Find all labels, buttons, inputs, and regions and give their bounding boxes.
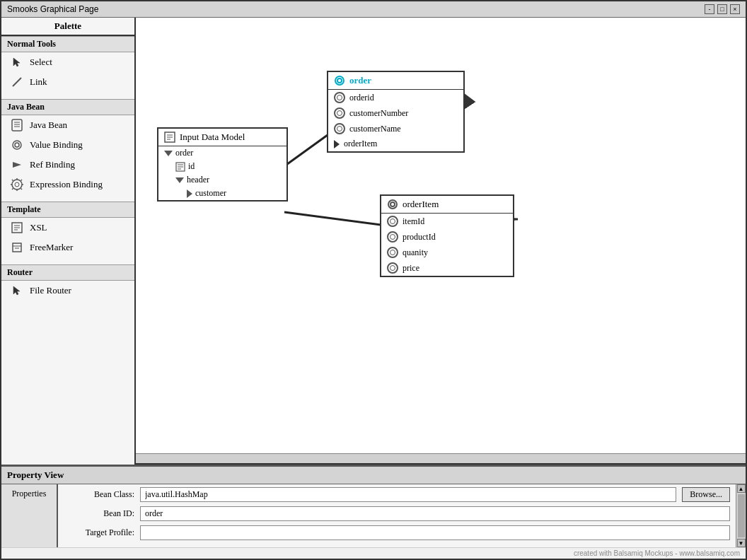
orderitem-price-row: price	[381, 260, 513, 276]
property-scrollbar[interactable]: ▲ ▼	[736, 484, 746, 547]
select-tool[interactable]: Select	[1, 52, 134, 72]
order-header: order	[328, 72, 463, 90]
orderitem-box: orderItem itemId productId quanity price	[380, 194, 514, 277]
scroll-thumb[interactable]	[738, 494, 745, 537]
title-bar: Smooks Graphical Page - □ ×	[1, 1, 746, 18]
file-router-label: File Router	[30, 285, 71, 296]
canvas-area: Input Data Model order id header custome…	[136, 18, 746, 465]
svg-line-15	[21, 189, 23, 190]
palette-title: Palette	[1, 18, 134, 36]
target-profile-label: Target Profile:	[64, 527, 134, 538]
app-window: Smooks Graphical Page - □ × Palette Norm…	[0, 0, 747, 560]
tree-id: id	[170, 160, 286, 173]
customernumber-label: customerNumber	[349, 108, 408, 119]
orderitem-header: orderItem	[381, 196, 513, 214]
data-model-icon	[164, 132, 175, 143]
orderid-label: orderid	[349, 93, 374, 103]
svg-point-8	[12, 180, 22, 189]
select-label: Select	[30, 57, 52, 68]
ref-binding-label: Ref Binding	[30, 159, 75, 170]
freemarker-tool[interactable]: FreeMarker	[1, 238, 134, 257]
close-button[interactable]: ×	[730, 4, 740, 14]
orderitem-productid-row: productId	[381, 229, 513, 245]
bean-class-row: Bean Class: Browse...	[64, 487, 730, 502]
itemid-icon	[387, 216, 398, 227]
tree-header: header	[170, 173, 286, 187]
quantity-icon	[387, 247, 398, 258]
orderitem-quantity-row: quanity	[381, 245, 513, 260]
scroll-up-arrow[interactable]: ▲	[737, 484, 746, 493]
file-router-icon	[10, 284, 24, 298]
expand-header-icon	[175, 177, 184, 183]
xsl-icon	[10, 221, 24, 235]
property-content: Properties Bean Class: Browse... Bean ID…	[1, 484, 746, 547]
app-title: Smooks Graphical Page	[7, 4, 98, 14]
value-binding-icon	[10, 138, 24, 152]
tree-order-label: order	[175, 148, 193, 158]
svg-line-14	[12, 180, 13, 181]
svg-line-0	[13, 78, 21, 86]
svg-point-6	[15, 143, 19, 147]
title-controls: - □ ×	[705, 4, 740, 14]
tree-customer: customer	[181, 187, 286, 200]
file-router-tool[interactable]: File Router	[1, 281, 134, 301]
target-profile-input[interactable]	[140, 525, 730, 540]
scroll-down-arrow[interactable]: ▼	[737, 539, 746, 547]
svg-marker-7	[13, 162, 21, 168]
java-bean-tool[interactable]: Java Bean	[1, 115, 134, 135]
browse-button[interactable]: Browse...	[682, 487, 730, 502]
svg-point-9	[15, 182, 19, 187]
itemid-label: itemId	[403, 216, 424, 227]
order-orderitem-row: orderItem	[328, 136, 463, 151]
restore-button[interactable]: □	[717, 4, 727, 14]
bean-class-label: Bean Class:	[64, 489, 134, 500]
property-view-title: Property View	[1, 467, 746, 484]
properties-tab[interactable]: Properties	[1, 484, 58, 547]
price-label: price	[403, 263, 419, 274]
section-template: Template	[1, 202, 134, 218]
customernumber-icon	[334, 107, 345, 119]
ref-binding-tool[interactable]: Ref Binding	[1, 155, 134, 175]
cursor-icon	[10, 55, 24, 69]
productid-icon	[387, 231, 398, 243]
data-model-title: Input Data Model	[180, 132, 245, 143]
tree-order: order	[158, 146, 286, 160]
customername-label: customerName	[349, 124, 401, 134]
svg-point-35	[335, 76, 344, 85]
orderitem-ref-icon	[334, 140, 340, 148]
value-binding-tool[interactable]: Value Binding	[1, 135, 134, 155]
minimize-button[interactable]: -	[705, 4, 714, 14]
footer-text: created with Balsamiq Mockups - www.bals…	[574, 549, 740, 557]
bean-id-input[interactable]	[140, 506, 730, 521]
bean-class-input[interactable]	[140, 487, 676, 502]
xsl-tool[interactable]: XSL	[1, 218, 134, 238]
expand-customer-icon	[187, 189, 192, 198]
property-fields: Bean Class: Browse... Bean ID: Target Pr…	[58, 484, 736, 547]
tree-id-label: id	[188, 161, 195, 172]
order-orderid-row: orderid	[328, 90, 463, 105]
section-normal-tools: Normal Tools	[1, 36, 134, 52]
freemarker-icon	[10, 240, 24, 255]
orderitem-title: orderItem	[403, 199, 439, 210]
svg-point-36	[337, 78, 342, 83]
data-model-box: Input Data Model order id header custome…	[157, 127, 288, 202]
price-icon	[387, 262, 398, 274]
order-title: order	[349, 75, 371, 86]
bean-id-row: Bean ID:	[64, 506, 730, 521]
value-binding-label: Value Binding	[30, 139, 83, 151]
bean-id-label: Bean ID:	[64, 508, 134, 519]
expression-binding-tool[interactable]: Expression Binding	[1, 175, 134, 194]
main-area: Palette Normal Tools Select Link Java Be…	[1, 18, 746, 465]
link-tool[interactable]: Link	[1, 72, 134, 92]
svg-line-17	[12, 189, 13, 190]
orderid-icon	[334, 92, 345, 103]
section-java-bean: Java Bean	[1, 99, 134, 115]
order-box: order orderid customerNumber customerNam…	[327, 71, 465, 153]
horizontal-scrollbar[interactable]	[136, 453, 746, 463]
expression-binding-label: Expression Binding	[30, 179, 103, 190]
productid-label: productId	[403, 232, 436, 243]
svg-point-38	[390, 202, 395, 206]
orderitem-itemid-row: itemId	[381, 214, 513, 229]
orderitem-label: orderItem	[344, 139, 377, 149]
tree-customer-label: customer	[195, 188, 226, 199]
